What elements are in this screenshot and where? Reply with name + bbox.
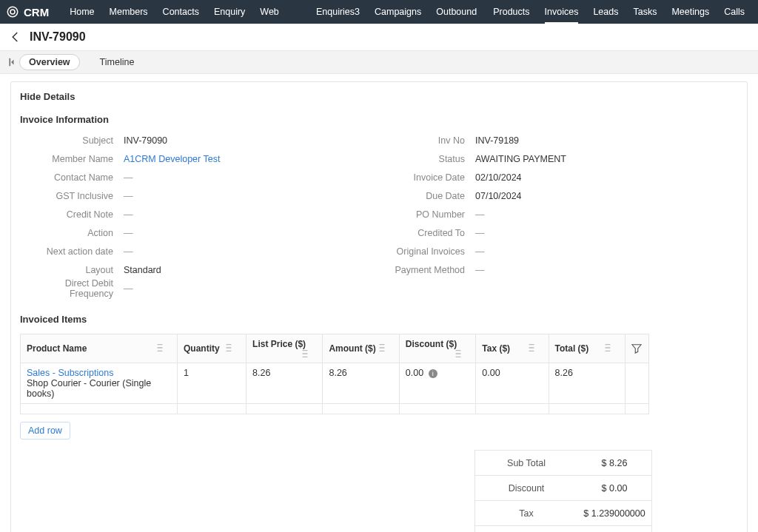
- field-row: GST Inclusive—: [20, 186, 379, 205]
- content-area: Hide Details Invoice Information Subject…: [0, 74, 758, 532]
- nav-item-web-enquiries-[interactable]: Web Enquiries.: [260, 0, 301, 24]
- field-value: —: [475, 228, 485, 238]
- details-right-column: Inv NoINV-79189StatusAWAITING PAYMENTInv…: [379, 131, 738, 297]
- nav-item-members[interactable]: Members: [110, 0, 148, 24]
- totals-row: Adjustment$ 0.00: [475, 526, 651, 532]
- nav-item-contacts[interactable]: Contacts: [163, 0, 199, 24]
- totals-box: Sub Total$ 8.26Discount$ 0.00Tax$ 1.2390…: [474, 450, 652, 532]
- field-value: —: [475, 246, 485, 257]
- tab-overview[interactable]: Overview: [19, 54, 80, 70]
- field-value: —: [124, 172, 133, 183]
- title-bar: INV-79090: [0, 24, 758, 50]
- filter-button[interactable]: [625, 334, 648, 363]
- totals-label: Sub Total: [475, 458, 577, 468]
- add-row-button[interactable]: Add row: [20, 422, 70, 440]
- field-value: 07/10/2024: [475, 191, 522, 201]
- field-value[interactable]: A1CRM Developer Test: [124, 154, 220, 164]
- column-drag-icon[interactable]: [156, 343, 171, 352]
- totals-row: Tax$ 1.239000000: [475, 501, 651, 526]
- totals-value: $ 0.00: [577, 483, 651, 494]
- column-header[interactable]: Product Name: [21, 334, 178, 363]
- nav-item-products[interactable]: Products: [493, 0, 529, 24]
- nav-item-invoices[interactable]: Invoices: [545, 0, 579, 24]
- column-header[interactable]: Tax ($): [476, 334, 549, 363]
- nav-item-calls[interactable]: Calls: [724, 0, 745, 24]
- nav-item-tasks[interactable]: Tasks: [633, 0, 657, 24]
- field-label: Payment Method: [379, 265, 475, 275]
- panel-collapse-icon[interactable]: [7, 57, 15, 67]
- invoice-card: Hide Details Invoice Information Subject…: [10, 81, 748, 532]
- field-value: INV-79090: [124, 135, 167, 146]
- column-drag-icon[interactable]: [604, 343, 619, 352]
- field-row: Next action date—: [20, 242, 379, 260]
- field-row: SubjectINV-79090: [20, 131, 379, 149]
- nav-item-home[interactable]: Home: [70, 0, 94, 24]
- invoiced-items-title: Invoiced Items: [20, 308, 738, 331]
- field-label: Original Invoices: [379, 246, 475, 257]
- column-header[interactable]: Discount ($): [399, 334, 475, 363]
- crm-logo-icon: [6, 5, 19, 18]
- field-label: GST Inclusive: [20, 191, 124, 201]
- totals-value: $ 8.26: [577, 458, 651, 468]
- nav-item-outbound-messages[interactable]: Outbound Messages: [436, 0, 478, 24]
- column-drag-icon[interactable]: [378, 343, 393, 352]
- field-row: Contact Name—: [20, 168, 379, 186]
- field-value: —: [124, 228, 133, 238]
- nav-item-meetings[interactable]: Meetings: [671, 0, 709, 24]
- nav-item-campaigns[interactable]: Campaigns: [375, 0, 421, 24]
- product-link[interactable]: Sales - Subscriptions: [27, 368, 171, 378]
- field-row: Inv NoINV-79189: [379, 131, 738, 149]
- field-label: Status: [379, 154, 475, 164]
- field-value: —: [475, 265, 485, 275]
- field-row: PO Number—: [379, 205, 738, 223]
- field-label: Direct Debit Frequency: [20, 278, 124, 299]
- nav-item-enquiries3[interactable]: Enquiries3: [316, 0, 360, 24]
- info-icon[interactable]: i: [429, 369, 437, 378]
- field-label: Layout: [20, 265, 124, 275]
- page-title: INV-79090: [30, 30, 86, 44]
- column-header[interactable]: Quantity: [177, 334, 246, 363]
- column-drag-icon[interactable]: [528, 343, 543, 352]
- nav-item-enquiry-notes[interactable]: Enquiry notes: [214, 0, 245, 24]
- column-drag-icon[interactable]: [301, 349, 316, 358]
- product-description: Shop Courier - Courier (Single books): [27, 378, 171, 399]
- cell-quantity: 1: [177, 363, 246, 404]
- field-row: Original Invoices—: [379, 242, 738, 260]
- cell-total: 8.26: [549, 363, 625, 404]
- field-row: Due Date07/10/2024: [379, 186, 738, 205]
- cell-tax: 0.00: [476, 363, 549, 404]
- field-row: LayoutStandard: [20, 260, 379, 279]
- field-row: StatusAWAITING PAYMENT: [379, 149, 738, 168]
- table-row: Sales - Subscriptions Shop Courier - Cou…: [21, 363, 649, 404]
- nav-item-leads[interactable]: Leads: [593, 0, 618, 24]
- column-drag-icon[interactable]: [455, 349, 469, 358]
- field-row: Direct Debit Frequency—: [20, 279, 379, 297]
- field-row: Invoice Date02/10/2024: [379, 168, 738, 186]
- field-label: Member Name: [20, 154, 124, 164]
- tab-timeline[interactable]: Timeline: [90, 54, 144, 70]
- column-header[interactable]: List Price ($): [246, 334, 323, 363]
- column-drag-icon[interactable]: [225, 343, 240, 352]
- field-label: Action: [20, 228, 124, 238]
- details-left-column: SubjectINV-79090Member NameA1CRM Develop…: [20, 131, 379, 297]
- back-arrow-icon[interactable]: [9, 30, 22, 44]
- totals-label: Discount: [475, 483, 577, 494]
- field-row: Credit Note—: [20, 205, 379, 223]
- hide-details-toggle[interactable]: Hide Details: [11, 82, 747, 107]
- field-value: —: [124, 283, 133, 294]
- field-value: INV-79189: [475, 135, 519, 146]
- field-label: Inv No: [379, 135, 475, 146]
- column-header[interactable]: Amount ($): [323, 334, 399, 363]
- field-row: Payment Method—: [379, 260, 738, 279]
- field-value: 02/10/2024: [475, 172, 522, 183]
- top-nav: CRM HomeMembersContactsEnquiry notesWeb …: [0, 0, 758, 24]
- field-value: —: [124, 209, 133, 220]
- field-label: Credited To: [379, 228, 475, 238]
- section-invoice-info: Invoice Information: [11, 107, 747, 127]
- subtabs: Overview Timeline: [0, 50, 758, 74]
- field-row: Member NameA1CRM Developer Test: [20, 149, 379, 168]
- field-value: —: [124, 246, 133, 257]
- cell-amount: 8.26: [323, 363, 399, 404]
- column-header[interactable]: Total ($): [549, 334, 625, 363]
- field-row: Action—: [20, 223, 379, 242]
